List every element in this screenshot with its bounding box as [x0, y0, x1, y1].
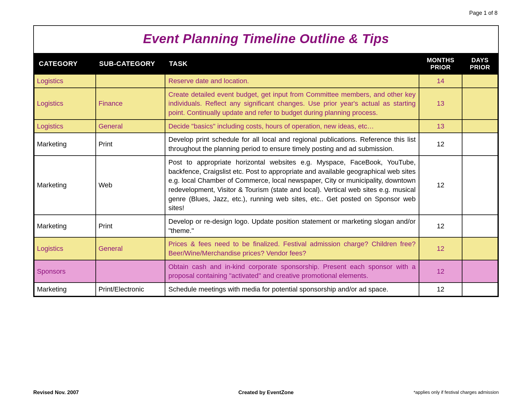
table-row: LogisticsFinanceCreate detailed event bu…	[34, 88, 498, 120]
cell-subcategory: Print	[96, 215, 165, 237]
table-row: MarketingPrintDevelop or re-design logo.…	[34, 215, 498, 237]
cell-task: Decide "basics" including costs, hours o…	[165, 120, 419, 133]
cell-subcategory: Print	[96, 133, 165, 155]
cell-category: Marketing	[34, 215, 96, 237]
cell-days	[462, 156, 498, 215]
cell-category: Logistics	[34, 88, 96, 120]
header-days: DAYSPRIOR	[462, 53, 498, 74]
cell-subcategory: Web	[96, 156, 165, 215]
cell-subcategory	[96, 74, 165, 88]
cell-task: Develop or re-design logo. Update positi…	[165, 215, 419, 237]
cell-category: Marketing	[34, 283, 96, 296]
cell-subcategory: Finance	[96, 88, 165, 120]
cell-task: Schedule meetings with media for potenti…	[165, 283, 419, 296]
cell-months: 12	[419, 237, 462, 260]
cell-task: Reserve date and location.	[165, 74, 419, 88]
cell-days	[462, 215, 498, 237]
header-category: CATEGORY	[34, 53, 96, 74]
footer-creator: Created by EventZone	[33, 389, 499, 396]
cell-subcategory	[96, 260, 165, 283]
cell-days	[462, 237, 498, 260]
cell-months: 12	[419, 260, 462, 283]
table-row: MarketingWebPost to appropriate horizont…	[34, 156, 498, 215]
cell-days	[462, 88, 498, 120]
cell-category: Marketing	[34, 133, 96, 155]
table-row: LogisticsGeneralDecide "basics" includin…	[34, 120, 498, 133]
cell-category: Logistics	[34, 120, 96, 133]
footer: Revised Nov. 2007 Created by EventZone *…	[33, 389, 499, 396]
header-subcategory: SUB-CATEGORY	[96, 53, 165, 74]
cell-task: Develop print schedule for all local and…	[165, 133, 419, 155]
cell-subcategory: General	[96, 120, 165, 133]
cell-days	[462, 283, 498, 296]
document-title: Event Planning Timeline Outline & Tips	[34, 26, 498, 53]
page-number: Page 1 of 8	[469, 10, 498, 16]
cell-subcategory: General	[96, 237, 165, 260]
cell-months: 12	[419, 133, 462, 155]
cell-task: Post to appropriate horizontal websites …	[165, 156, 419, 215]
table-row: SponsorsObtain cash and in-kind corporat…	[34, 260, 498, 283]
cell-days	[462, 260, 498, 283]
cell-months: 13	[419, 88, 462, 120]
cell-category: Logistics	[34, 74, 96, 88]
header-row: CATEGORY SUB-CATEGORY TASK MONTHSPRIOR D…	[34, 53, 498, 74]
cell-task: Create detailed event budget, get input …	[165, 88, 419, 120]
table-row: LogisticsReserve date and location.14	[34, 74, 498, 88]
timeline-table-container: Event Planning Timeline Outline & Tips C…	[33, 25, 499, 297]
cell-task: Prices & fees need to be finalized. Fest…	[165, 237, 419, 260]
cell-days	[462, 133, 498, 155]
cell-days	[462, 74, 498, 88]
cell-months: 12	[419, 283, 462, 296]
cell-months: 12	[419, 215, 462, 237]
table-row: MarketingPrint/ElectronicSchedule meetin…	[34, 283, 498, 296]
cell-months: 12	[419, 156, 462, 215]
cell-months: 13	[419, 120, 462, 133]
cell-subcategory: Print/Electronic	[96, 283, 165, 296]
cell-days	[462, 120, 498, 133]
cell-task: Obtain cash and in-kind corporate sponso…	[165, 260, 419, 283]
table-row: LogisticsGeneralPrices & fees need to be…	[34, 237, 498, 260]
table-row: MarketingPrintDevelop print schedule for…	[34, 133, 498, 155]
timeline-table: CATEGORY SUB-CATEGORY TASK MONTHSPRIOR D…	[34, 53, 498, 296]
header-months: MONTHSPRIOR	[419, 53, 462, 74]
cell-category: Logistics	[34, 237, 96, 260]
cell-months: 14	[419, 74, 462, 88]
header-task: TASK	[165, 53, 419, 74]
cell-category: Marketing	[34, 156, 96, 215]
cell-category: Sponsors	[34, 260, 96, 283]
